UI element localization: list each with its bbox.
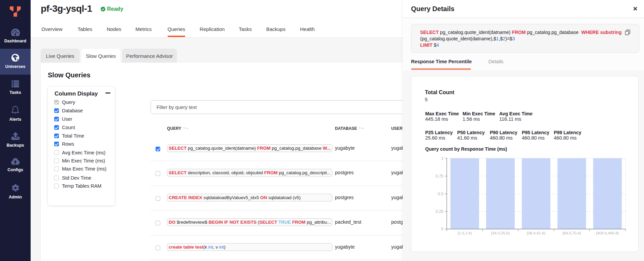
svg-text:1: 1 bbox=[441, 156, 443, 161]
svg-text:[64.0,70.4): [64.0,70.4) bbox=[563, 231, 581, 235]
svg-text:0.25: 0.25 bbox=[436, 209, 444, 214]
svg-text:0.75: 0.75 bbox=[436, 174, 444, 179]
svg-text:[409.6,460.8): [409.6,460.8) bbox=[596, 231, 619, 235]
svg-text:[38.4,41.6): [38.4,41.6) bbox=[527, 231, 545, 235]
svg-text:0.5: 0.5 bbox=[438, 192, 443, 196]
svg-text:0: 0 bbox=[441, 227, 443, 231]
svg-text:[24.0,25.6): [24.0,25.6) bbox=[491, 231, 510, 235]
svg-text:[1.5,1.6): [1.5,1.6) bbox=[457, 231, 472, 235]
